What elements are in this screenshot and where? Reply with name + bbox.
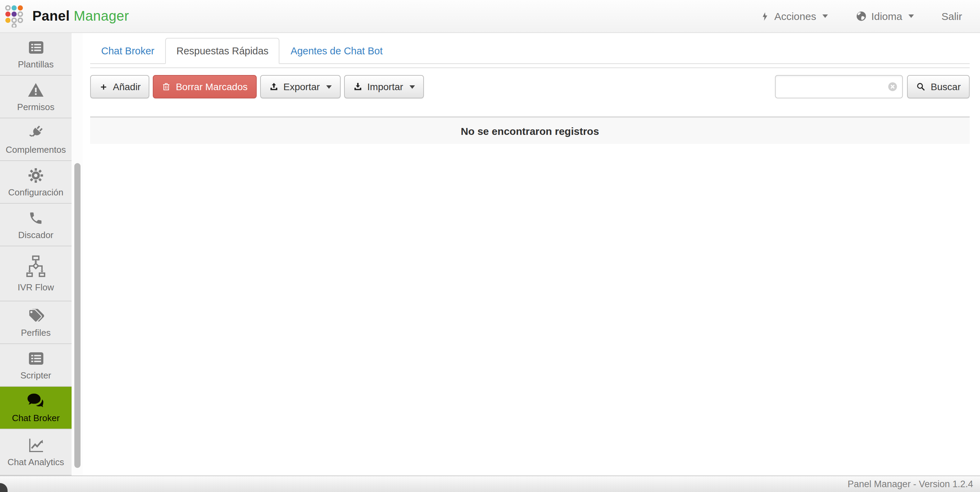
lightning-icon [760,11,770,22]
sidebar-item-complementos[interactable]: Complementos [0,118,72,161]
chevron-down-icon [908,14,914,18]
tags-icon [27,307,44,324]
tab-agentes-de-chat-bot[interactable]: Agentes de Chat Bot [279,38,394,64]
tab-chat-broker[interactable]: Chat Broker [90,38,165,64]
sidebar-item-label: Plantillas [18,59,54,69]
sidebar-item-plantillas[interactable]: Plantillas [0,33,72,76]
list-card-icon [28,39,44,56]
dots-logo-icon [5,5,26,27]
sidebar-item-permisos[interactable]: Permisos [0,76,72,118]
delete-marked-button[interactable]: Borrar Marcados [153,75,257,99]
search-input[interactable] [775,75,903,99]
sidebar-item-discador[interactable]: Discador [0,204,72,246]
toolbar: Añadir Borrar Marcados Exportar Importar [90,75,970,99]
search-group: Buscar [775,75,970,99]
list-card-icon [28,350,44,366]
chevron-down-icon [822,14,828,18]
export-button[interactable]: Exportar [260,75,340,99]
gear-icon [28,167,43,183]
empty-results-message: No se encontraron registros [461,125,599,137]
sidebar-item-label: Perfiles [21,327,51,338]
flowchart-icon [25,255,46,278]
version-text: Panel Manager - Version 1.2.4 [848,479,973,489]
sidebar-item-perfiles[interactable]: Perfiles [0,301,72,344]
sidebar-item-label: Chat Broker [12,412,60,423]
import-button[interactable]: Importar [344,75,423,99]
sidebar-item-label: Discador [18,229,54,240]
footer-bar: Panel Manager - Version 1.2.4 [0,476,980,492]
plus-icon [99,82,108,91]
main-content: Chat Broker Respuestas Rápidas Agentes d… [83,33,980,144]
language-menu[interactable]: Idioma [856,10,914,22]
app-root: Panel Manager Acciones Idioma Salir [0,0,980,492]
content-divider [90,67,970,68]
tab-respuestas-rapidas[interactable]: Respuestas Rápidas [165,38,280,64]
sidebar-item-label: Scripter [20,370,51,380]
sidebar-item-label: Permisos [17,102,54,112]
sidebar-item-chat-analytics[interactable]: Chat Analytics [0,429,72,476]
sidebar-item-chat-broker[interactable]: Chat Broker [0,387,72,429]
sidebar-item-ivr-flow[interactable]: IVR Flow [0,246,72,301]
globe-icon [856,10,867,22]
line-chart-icon [27,437,45,454]
logout-link[interactable]: Salir [942,10,962,22]
actions-menu[interactable]: Acciones [760,10,828,22]
app-title: Panel Manager [32,8,129,24]
sidebar-scrollbar-thumb[interactable] [74,163,81,468]
tab-bar: Chat Broker Respuestas Rápidas Agentes d… [90,38,970,64]
sidebar-nav: Plantillas Permisos Complementos Configu… [0,33,72,476]
trash-icon [162,82,171,92]
search-button[interactable]: Buscar [907,75,970,99]
sidebar-item-configuracion[interactable]: Configuración [0,161,72,204]
chat-bubbles-icon [27,393,45,409]
add-button[interactable]: Añadir [90,75,150,99]
plug-icon [28,124,44,141]
navbar-menu: Acciones Idioma Salir [760,10,962,22]
phone-icon [28,210,43,226]
sidebar-item-label: Chat Analytics [8,457,64,467]
empty-results-row: No se encontraron registros [90,116,970,144]
chevron-down-icon [326,85,331,88]
chevron-down-icon [409,85,415,88]
sidebar-item-scripter[interactable]: Scripter [0,344,72,387]
upload-icon [269,82,278,92]
sidebar-item-label: Configuración [8,187,63,197]
top-navbar: Panel Manager Acciones Idioma Salir [0,0,980,33]
brand[interactable]: Panel Manager [5,5,129,27]
download-icon [353,82,362,92]
warning-triangle-icon [27,81,44,98]
clear-search-icon[interactable] [888,81,899,95]
sidebar-item-label: IVR Flow [18,282,54,292]
search-icon [916,82,926,92]
sidebar-scrollbar-track[interactable] [72,33,83,476]
sidebar-item-label: Complementos [6,144,66,154]
